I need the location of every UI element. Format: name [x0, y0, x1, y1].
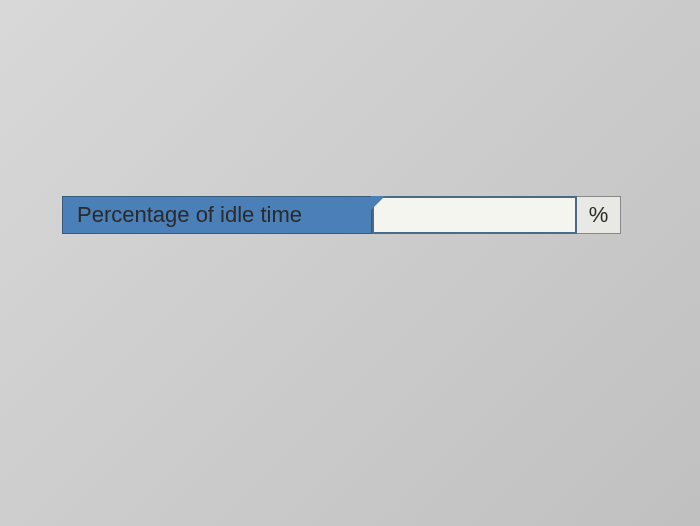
idle-time-input[interactable] — [380, 204, 569, 227]
idle-time-label-cell: Percentage of idle time — [62, 196, 372, 234]
idle-time-row: Percentage of idle time % — [62, 196, 621, 234]
percent-unit: % — [589, 202, 609, 228]
idle-time-label: Percentage of idle time — [77, 202, 302, 228]
idle-time-unit-cell: % — [577, 196, 621, 234]
idle-time-input-cell[interactable] — [372, 196, 577, 234]
